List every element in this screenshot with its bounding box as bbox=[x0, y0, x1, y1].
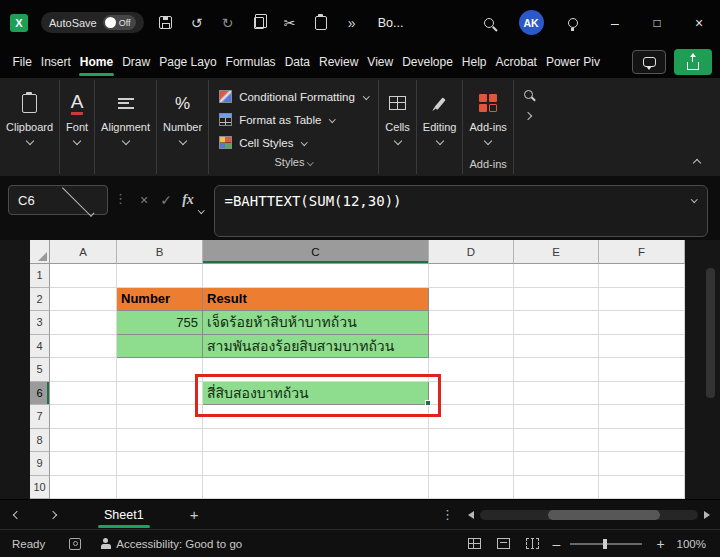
alignment-group-button[interactable]: Alignment bbox=[95, 80, 157, 174]
expand-formula-bar-icon[interactable] bbox=[691, 196, 697, 202]
autosave-toggle[interactable]: AutoSave Off bbox=[41, 12, 144, 33]
cell[interactable] bbox=[514, 382, 599, 406]
cell[interactable] bbox=[203, 476, 429, 500]
addins-group-button[interactable]: Add-ins Add-ins bbox=[463, 80, 513, 174]
cell-C4[interactable]: สามพันสองร้อยสิบสามบาทถ้วน bbox=[203, 335, 429, 359]
undo-button[interactable]: ↺ bbox=[188, 14, 206, 32]
cell[interactable] bbox=[599, 311, 685, 335]
cell[interactable] bbox=[514, 288, 599, 312]
horizontal-scrollbar[interactable] bbox=[480, 510, 698, 520]
cell[interactable] bbox=[599, 288, 685, 312]
tab-acrobat[interactable]: Acrobat bbox=[491, 45, 541, 78]
cell-C2[interactable]: Result bbox=[203, 288, 429, 312]
cell[interactable] bbox=[599, 429, 685, 453]
cell[interactable] bbox=[514, 452, 599, 476]
whats-new-button[interactable] bbox=[552, 18, 594, 28]
tab-view[interactable]: View bbox=[363, 45, 398, 78]
cell[interactable] bbox=[117, 452, 203, 476]
next-sheet-icon[interactable] bbox=[49, 510, 57, 518]
editing-group-button[interactable]: Editing bbox=[417, 80, 464, 174]
tab-help[interactable]: Help bbox=[457, 45, 491, 78]
cell[interactable] bbox=[514, 476, 599, 500]
cell[interactable] bbox=[514, 311, 599, 335]
cell[interactable] bbox=[429, 335, 514, 359]
zoom-slider-thumb[interactable] bbox=[603, 539, 607, 549]
column-header-C[interactable]: C bbox=[203, 240, 429, 264]
cell[interactable] bbox=[117, 264, 203, 288]
cells-group-button[interactable]: Cells bbox=[379, 80, 416, 174]
tab-data[interactable]: Data bbox=[280, 45, 314, 78]
cell[interactable] bbox=[50, 358, 117, 382]
cell[interactable] bbox=[599, 405, 685, 429]
zoom-slider[interactable] bbox=[570, 543, 642, 545]
paste-button[interactable] bbox=[312, 14, 330, 32]
cell[interactable] bbox=[429, 476, 514, 500]
comments-button[interactable] bbox=[632, 50, 666, 74]
cell[interactable] bbox=[429, 288, 514, 312]
cell[interactable] bbox=[514, 429, 599, 453]
cell[interactable] bbox=[50, 382, 117, 406]
cell-C3[interactable]: เจ็ดร้อยห้าสิบห้าบาทถ้วน bbox=[203, 311, 429, 335]
tab-power-pivot[interactable]: Power Piv bbox=[541, 45, 604, 78]
sheet-tab-sheet1[interactable]: Sheet1 bbox=[90, 500, 158, 530]
row-header-10[interactable]: 10 bbox=[30, 476, 50, 500]
tab-home[interactable]: Home bbox=[75, 45, 117, 78]
font-group-button[interactable]: A Font bbox=[60, 80, 95, 174]
page-layout-view-icon[interactable] bbox=[497, 538, 510, 549]
copy-button[interactable] bbox=[250, 14, 268, 32]
tab-insert[interactable]: Insert bbox=[36, 45, 75, 78]
cell[interactable] bbox=[117, 382, 203, 406]
normal-view-icon[interactable] bbox=[468, 538, 481, 549]
cell[interactable] bbox=[514, 335, 599, 359]
cell[interactable] bbox=[117, 476, 203, 500]
cell[interactable] bbox=[599, 335, 685, 359]
account-button[interactable]: AK bbox=[510, 10, 552, 35]
column-header-B[interactable]: B bbox=[117, 240, 203, 264]
maximize-button[interactable]: □ bbox=[636, 0, 678, 45]
cell[interactable] bbox=[50, 311, 117, 335]
cell[interactable] bbox=[203, 429, 429, 453]
cell[interactable] bbox=[203, 452, 429, 476]
redo-button[interactable]: ↻ bbox=[219, 14, 237, 32]
conditional-formatting-button[interactable]: Conditional Formatting bbox=[219, 85, 368, 108]
cell[interactable] bbox=[50, 429, 117, 453]
row-header-8[interactable]: 8 bbox=[30, 429, 50, 453]
new-sheet-button[interactable]: + bbox=[190, 506, 199, 523]
save-button[interactable] bbox=[157, 14, 175, 32]
function-dropdown[interactable] bbox=[199, 198, 204, 216]
cell-B2[interactable]: Number bbox=[117, 288, 203, 312]
share-button[interactable] bbox=[674, 49, 712, 75]
cell[interactable] bbox=[429, 264, 514, 288]
cell[interactable] bbox=[599, 452, 685, 476]
name-box[interactable]: C6 bbox=[8, 185, 108, 215]
row-header-9[interactable]: 9 bbox=[30, 452, 50, 476]
collapse-ribbon-icon[interactable] bbox=[693, 159, 701, 167]
autosave-switch-icon[interactable]: Off bbox=[103, 15, 136, 30]
macro-record-icon[interactable] bbox=[69, 538, 81, 550]
cell-styles-button[interactable]: Cell Styles bbox=[219, 131, 368, 154]
cell[interactable] bbox=[429, 358, 514, 382]
cell[interactable] bbox=[203, 264, 429, 288]
analyze-data-icon[interactable] bbox=[524, 90, 533, 99]
vertical-scrollbar[interactable] bbox=[706, 268, 715, 398]
cell[interactable] bbox=[50, 476, 117, 500]
cell[interactable] bbox=[50, 288, 117, 312]
cell[interactable] bbox=[599, 476, 685, 500]
row-header-3[interactable]: 3 bbox=[30, 311, 50, 335]
column-header-E[interactable]: E bbox=[514, 240, 599, 264]
horizontal-scrollbar-thumb[interactable] bbox=[548, 510, 660, 520]
select-all-corner[interactable] bbox=[30, 240, 50, 264]
fill-handle[interactable] bbox=[425, 400, 431, 406]
cell[interactable] bbox=[514, 358, 599, 382]
cell[interactable] bbox=[599, 264, 685, 288]
tab-developer[interactable]: Develope bbox=[398, 45, 458, 78]
row-header-6[interactable]: 6 bbox=[30, 382, 50, 406]
cell[interactable] bbox=[50, 335, 117, 359]
insert-function-button[interactable]: fx bbox=[177, 185, 199, 215]
cell-B4[interactable] bbox=[117, 335, 203, 359]
cell[interactable] bbox=[117, 358, 203, 382]
cell[interactable] bbox=[50, 452, 117, 476]
tab-draw[interactable]: Draw bbox=[118, 45, 155, 78]
previous-sheet-icon[interactable] bbox=[13, 510, 21, 518]
close-button[interactable]: × bbox=[678, 0, 720, 45]
